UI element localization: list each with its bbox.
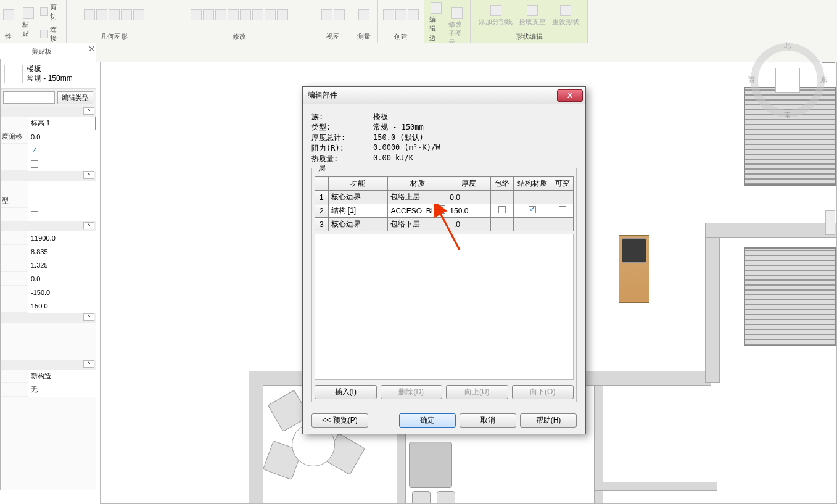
paste-button[interactable]: 粘贴 <box>20 6 36 39</box>
ribbon-group-measure: 测量 <box>350 0 378 43</box>
prop-row: 1.325 <box>1 258 96 272</box>
checkbox[interactable] <box>31 184 38 191</box>
topbar-area <box>96 43 837 62</box>
ribbon-group-create: 创建 <box>378 0 424 43</box>
reset-shape-button[interactable]: 重设形状 <box>550 4 582 28</box>
thermal-label: 热质量: <box>311 154 373 164</box>
collapse-icon[interactable]: ^ <box>83 171 94 179</box>
create-icon[interactable] <box>395 9 406 20</box>
insert-button[interactable]: 插入(I) <box>315 385 377 399</box>
edit-boundary-icon <box>431 2 442 14</box>
view-icon[interactable] <box>334 9 345 20</box>
material-browse-button[interactable]: … <box>435 205 445 214</box>
collapse-icon[interactable]: ^ <box>83 313 94 321</box>
prop-row-offset: 度偏移 0.0 <box>1 130 96 144</box>
chair <box>437 491 455 504</box>
col-var: 可变 <box>551 177 574 191</box>
mod-icon[interactable] <box>252 9 263 20</box>
table-row[interactable]: 3 核心边界 包络下层 0.0 <box>315 218 574 231</box>
compass-west: 西 <box>748 75 755 85</box>
geom-icon[interactable] <box>109 9 120 20</box>
material-cell[interactable]: ACCESO_BLA … <box>388 204 447 218</box>
level-input[interactable] <box>28 117 96 130</box>
mod-icon[interactable] <box>277 9 288 20</box>
collapse-icon[interactable]: ^ <box>83 107 94 115</box>
ribbon-group-shape: 添加分割线 拾取支座 重设形状 形状编辑 <box>471 0 588 43</box>
split-line-icon <box>490 5 501 16</box>
assembly-info: 族:楼板 类型:常规 - 150mm 厚度总计:150.0 (默认) 阻力(R)… <box>311 112 577 164</box>
sofa <box>409 442 452 488</box>
geom-icon[interactable] <box>121 9 132 20</box>
table-row[interactable]: 2 结构 [1] ACCESO_BLA … 150.0 <box>315 204 574 218</box>
prop-row: -150.0 <box>1 286 96 299</box>
preview-button[interactable]: << 预览(P) <box>311 413 368 428</box>
col-index <box>315 177 329 191</box>
wall <box>705 223 837 238</box>
measure-icon[interactable] <box>358 9 369 20</box>
ribbon-group-mode: 编辑边界 修改子图元 模式 <box>424 0 471 43</box>
mod-icon[interactable] <box>265 9 276 20</box>
wrap-checkbox[interactable] <box>498 206 506 213</box>
offset-input[interactable]: 0.0 <box>28 130 96 144</box>
layers-label: 层 <box>316 163 328 174</box>
edit-type-button[interactable]: 编辑类型 <box>57 91 93 104</box>
type-label: 类型: <box>311 122 373 133</box>
var-checkbox[interactable] <box>559 206 566 213</box>
split-line-button[interactable]: 添加分割线 <box>476 4 515 28</box>
resistance-value: 0.0000 (m²·K)/W <box>373 143 440 154</box>
geom-icon[interactable] <box>96 9 107 20</box>
help-button[interactable]: 帮助(H) <box>520 413 577 428</box>
down-button[interactable]: 向下(O) <box>512 385 574 399</box>
mod-icon[interactable] <box>240 9 251 20</box>
modify-sub-icon <box>451 7 463 19</box>
cube-icon[interactable] <box>775 68 800 93</box>
compass-south: 南 <box>784 110 791 120</box>
type-selector[interactable]: 楼板 常规 - 150mm <box>1 59 96 89</box>
create-icon[interactable] <box>408 9 419 20</box>
view-icon[interactable] <box>321 9 332 20</box>
props-icon[interactable] <box>3 9 14 20</box>
mod-icon[interactable] <box>228 9 239 20</box>
create-icon[interactable] <box>383 9 394 20</box>
prop-row <box>1 181 96 194</box>
edit-assembly-dialog: 编辑部件 X 族:楼板 类型:常规 - 150mm 厚度总计:150.0 (默认… <box>302 86 586 434</box>
mod-icon[interactable] <box>215 9 226 20</box>
instance-selector[interactable] <box>3 91 55 104</box>
wall <box>249 371 263 504</box>
delete-button[interactable]: 删除(D) <box>381 385 443 399</box>
checkbox[interactable] <box>31 211 38 218</box>
geom-icon[interactable] <box>133 9 144 20</box>
prop-row-check2 <box>1 157 96 171</box>
geom-icon[interactable] <box>84 9 95 20</box>
thickness-cell[interactable]: 150.0 <box>447 204 491 218</box>
thickness-value: 150.0 (默认) <box>373 133 424 143</box>
group-label: 剪贴板 <box>17 46 66 57</box>
struct-checkbox[interactable] <box>529 206 536 213</box>
collapse-icon[interactable]: ^ <box>83 360 94 368</box>
checkbox[interactable] <box>31 160 38 168</box>
view-cube[interactable]: 北 东 南 西 <box>751 43 825 117</box>
pick-support-button[interactable]: 拾取支座 <box>516 4 548 28</box>
mod-icon[interactable] <box>203 9 214 20</box>
join-button[interactable]: 连接 <box>38 23 64 44</box>
properties-close-button[interactable] <box>88 46 94 52</box>
mod-icon[interactable] <box>191 9 202 20</box>
pick-support-icon <box>527 5 538 16</box>
ribbon-group-view: 视图 <box>316 0 350 43</box>
dialog-title-bar[interactable]: 编辑部件 X <box>303 87 585 104</box>
nav-bar-icon[interactable] <box>825 210 835 235</box>
section-phase: ^ <box>1 360 96 370</box>
cancel-button[interactable]: 取消 <box>460 413 516 428</box>
table-row[interactable]: 1 核心边界 包络上层 0.0 <box>315 191 574 204</box>
collapse-icon[interactable]: ^ <box>83 222 94 229</box>
col-struct: 结构材质 <box>514 177 551 191</box>
up-button[interactable]: 向上(U) <box>446 385 508 399</box>
ribbon-group-geometry: 几何图形 <box>67 0 162 43</box>
dialog-close-button[interactable]: X <box>557 89 583 102</box>
cut-button[interactable]: 剪切 <box>38 1 64 22</box>
ok-button[interactable]: 确定 <box>399 413 456 428</box>
function-cell[interactable]: 结构 [1] <box>328 204 388 218</box>
modify-sub-button[interactable]: 修改子图元 <box>446 6 468 49</box>
family-name: 楼板 <box>27 64 73 74</box>
checkbox[interactable] <box>31 147 38 154</box>
